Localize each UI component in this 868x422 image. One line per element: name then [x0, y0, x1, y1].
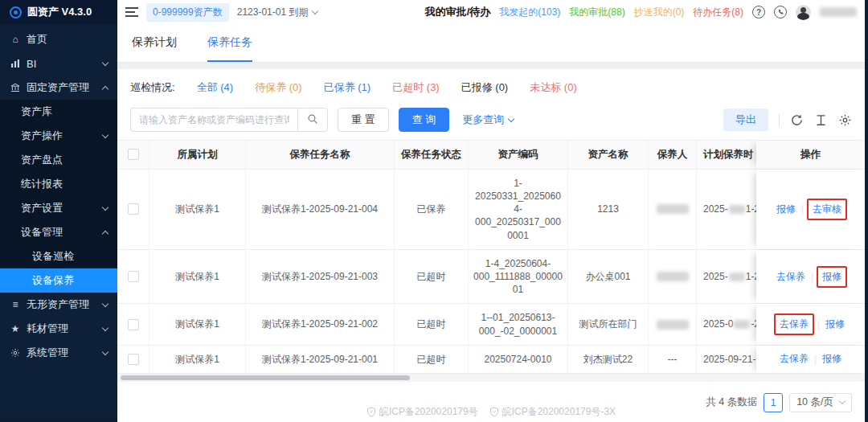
user-avatar[interactable]	[796, 5, 811, 20]
divider: |	[817, 319, 820, 330]
approvals-title: 我的审批/待办	[425, 5, 491, 19]
shield-check-icon	[489, 407, 499, 417]
sidebar-item-intangible-assets[interactable]: ≡ 无形资产管理	[0, 293, 117, 317]
divider: |	[814, 354, 817, 365]
filter-repaired[interactable]: 已报修 (0)	[461, 80, 509, 95]
cell-task-name: 测试保养1-2025-09-21-001	[246, 346, 395, 373]
link-todo-tasks[interactable]: 待办任务(8)	[693, 6, 743, 19]
go-maintain-link[interactable]: 去保养	[777, 351, 811, 367]
footer: 皖ICP备2020020179号 皖ICP备2020020179号-3X	[117, 405, 865, 419]
list-icon: ≡	[10, 299, 21, 310]
cell-asset-code: 1--01_20250613-000_-02_0000001	[469, 304, 568, 344]
cell-maintainer: ---	[649, 346, 697, 373]
sidebar-item-device-management[interactable]: 设备管理	[0, 220, 117, 244]
repair-link[interactable]: 报修	[820, 351, 844, 367]
header-plan: 所属计划	[149, 141, 246, 169]
sidebar-item-home[interactable]: ⌂ 首页	[0, 27, 117, 51]
cell-plan: 测试保养1	[149, 250, 246, 304]
go-maintain-link[interactable]: 去保养	[774, 269, 808, 285]
sidebar-item-system-management[interactable]: 系统管理	[0, 341, 117, 365]
cell-asset-code: 1-20250331_20250604-000_20250317_0000001	[469, 170, 568, 249]
header-task-status: 保养任务状态	[395, 141, 469, 169]
divider: |	[811, 271, 813, 282]
filter-overdue[interactable]: 已超时 (3)	[392, 80, 440, 95]
cell-task-name: 测试保养1-2025-09-21-002	[246, 304, 395, 344]
cell-maintainer-redacted	[649, 304, 697, 344]
settings-icon[interactable]	[838, 113, 852, 127]
cell-task-status: 已超时	[395, 304, 469, 344]
icp-record-2: 皖ICP备2020020179号-3X	[489, 405, 616, 419]
expiry-dropdown[interactable]: 2123-01-01 到期	[237, 6, 318, 19]
asset-count-badge[interactable]: 0-999999资产数	[146, 3, 229, 22]
repair-link[interactable]: 报修	[774, 202, 798, 217]
sidebar-item-bi[interactable]: BI	[0, 51, 117, 76]
row-height-icon[interactable]	[814, 113, 828, 127]
search-icon	[307, 113, 318, 127]
sidebar-item-device-inspection[interactable]: 设备巡检	[0, 244, 117, 268]
filter-substandard[interactable]: 未达标 (0)	[530, 80, 577, 95]
cell-operations: 去保养 | 报修	[756, 304, 865, 344]
query-button[interactable]: 查 询	[399, 108, 450, 132]
sidebar-item-asset-settings[interactable]: 资产设置	[0, 196, 117, 220]
repair-link[interactable]: 报修	[823, 317, 847, 332]
row-checkbox[interactable]	[128, 319, 139, 330]
topbar: 0-999999资产数 2123-01-01 到期 我的审批/待办 我发起的(1…	[117, 0, 865, 24]
table-row: 测试保养1 测试保养1-2025-09-21-003 已超时 1-4_20250…	[117, 250, 865, 305]
help-icon[interactable]: ?	[752, 6, 765, 18]
chevron-down-icon	[102, 203, 108, 210]
go-review-link-highlighted[interactable]: 去审核	[807, 199, 847, 220]
filter-pending[interactable]: 待保养 (0)	[255, 80, 302, 95]
go-maintain-link-highlighted[interactable]: 去保养	[774, 313, 814, 335]
sidebar-item-device-maintenance[interactable]: 设备保养	[0, 268, 117, 293]
gear-icon	[10, 348, 21, 358]
chevron-down-icon	[839, 398, 845, 404]
horizontal-scrollbar	[117, 374, 865, 382]
tab-maintenance-plan[interactable]: 保养计划	[132, 35, 177, 62]
cell-plan: 测试保养1	[149, 304, 246, 344]
refresh-icon[interactable]	[790, 113, 804, 127]
select-all-checkbox[interactable]	[128, 149, 139, 160]
row-checkbox[interactable]	[128, 203, 139, 215]
row-checkbox[interactable]	[128, 271, 139, 282]
maintenance-task-table: 所属计划 保养任务名称 保养任务状态 资产编码 资产名称 保养人 计划保养时 操…	[117, 140, 865, 382]
sidebar-item-consumables[interactable]: ★ 耗材管理	[0, 317, 117, 341]
contact-icon[interactable]	[774, 6, 787, 18]
cell-asset-name: 测试所在部门	[568, 304, 649, 344]
link-initiated-by-me[interactable]: 我发起的(103)	[499, 6, 560, 19]
table-row: 测试保养1 测试保养1-2025-09-21-004 已保养 1-2025033…	[117, 170, 865, 250]
link-cc-to-me[interactable]: 抄送我的(0)	[634, 6, 685, 19]
export-button[interactable]: 导出	[723, 109, 768, 131]
search-input[interactable]	[130, 108, 297, 132]
table-row: 测试保养1 测试保养1-2025-09-21-001 已超时 20250724-…	[117, 346, 865, 374]
sidebar-item-fixed-assets[interactable]: 固定资产管理	[0, 76, 117, 100]
scrollbar-thumb[interactable]	[121, 375, 410, 380]
repair-link-highlighted[interactable]: 报修	[817, 266, 847, 288]
chevron-up-icon	[102, 85, 108, 92]
search-button[interactable]	[297, 108, 328, 132]
sidebar-item-statistics-report[interactable]: 统计报表	[0, 172, 117, 196]
filter-all[interactable]: 全部 (4)	[197, 80, 234, 95]
cell-plan-time: 2025-1-202	[697, 170, 756, 249]
icp-record-1: 皖ICP备2020020179号	[366, 405, 478, 419]
chevron-down-icon	[102, 300, 108, 306]
cell-maintainer-redacted	[649, 250, 697, 304]
tab-bar: 保养计划 保养任务	[117, 24, 865, 63]
filter-maintained[interactable]: 已保养 (1)	[324, 80, 371, 95]
link-my-approvals[interactable]: 我的审批(88)	[569, 6, 624, 19]
more-query-link[interactable]: 更多查询	[462, 113, 514, 127]
sidebar-item-asset-library[interactable]: 资产库	[0, 100, 117, 124]
chevron-down-icon	[102, 348, 108, 354]
sidebar-item-asset-operations[interactable]: 资产操作	[0, 124, 117, 148]
cell-plan: 测试保养1	[149, 346, 246, 373]
tab-maintenance-task[interactable]: 保养任务	[207, 35, 252, 62]
username-redacted	[820, 7, 857, 17]
menu-fold-icon[interactable]	[125, 7, 138, 17]
reset-button[interactable]: 重 置	[338, 108, 389, 132]
row-checkbox[interactable]	[128, 354, 139, 365]
header-asset-name: 资产名称	[568, 141, 649, 169]
cell-operations: 去保养 | 报修	[756, 346, 865, 373]
sidebar-item-asset-inventory[interactable]: 资产盘点	[0, 148, 117, 172]
cell-plan: 测试保养1	[149, 170, 246, 249]
cell-task-name: 测试保养1-2025-09-21-004	[246, 170, 395, 249]
cell-operations: 去保养 | 报修	[756, 250, 865, 304]
